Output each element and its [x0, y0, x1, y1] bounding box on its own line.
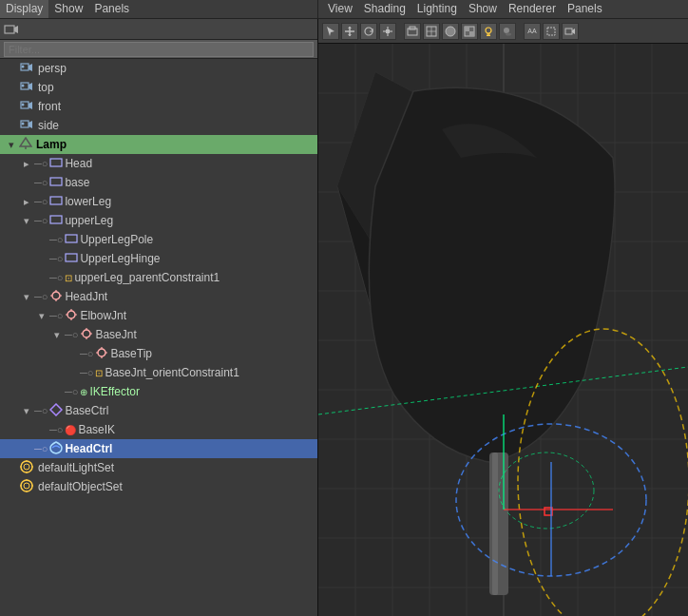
menu-panels-right[interactable]: Panels	[562, 0, 608, 18]
svg-rect-18	[50, 197, 62, 204]
objectset-icon	[19, 478, 34, 496]
basetip-label: BaseTip	[110, 347, 152, 360]
rtool-rotate[interactable]	[360, 23, 377, 40]
svg-point-4	[22, 65, 25, 67]
tree-item-basejnt[interactable]: ▾ ─○ BaseJnt	[0, 325, 317, 344]
lowerleg-label: lowerLeg	[65, 195, 111, 208]
upperleg-constraint-label: upperLeg_parentConstraint1	[74, 271, 220, 284]
rtool-aa-off[interactable]: AA	[524, 23, 541, 40]
upperleg-expand-btn[interactable]: ▾	[19, 213, 34, 228]
tree-item-basejnt-constraint[interactable]: ─○ ⊡ BaseJnt_orientConstraint1	[0, 363, 317, 382]
upperleg-connector: ─○	[34, 215, 48, 226]
svg-point-10	[22, 103, 25, 106]
rtool-render-settings[interactable]	[404, 23, 421, 40]
menu-lighting[interactable]: Lighting	[411, 0, 463, 18]
viewport-grid	[318, 44, 688, 616]
svg-point-37	[98, 349, 105, 356]
lamp-expand-btn[interactable]: ▾	[4, 137, 19, 152]
svg-point-27	[67, 311, 75, 318]
menu-display[interactable]: Display	[0, 0, 48, 18]
tree-item-front[interactable]: front	[0, 97, 317, 116]
tree-item-baseik[interactable]: ─○ 🔴 BaseIK	[0, 420, 317, 439]
basetip-connector: ─○	[80, 348, 93, 359]
toolbar-btn-1[interactable]	[2, 20, 21, 39]
rtool-shadows[interactable]	[499, 23, 516, 40]
basejnt-expand-btn[interactable]: ▾	[49, 327, 65, 342]
side-icon	[19, 118, 34, 134]
svg-marker-58	[348, 34, 352, 36]
tree-item-top[interactable]: top	[0, 78, 317, 97]
elbowjnt-icon	[65, 308, 78, 324]
tree-item-lamp[interactable]: ▾ Lamp	[0, 135, 317, 154]
outliner-tree[interactable]: persp top	[0, 59, 317, 616]
head-icon	[49, 157, 63, 171]
rtool-camera-settings[interactable]	[562, 23, 579, 40]
headjnt-expand-btn[interactable]: ▾	[19, 289, 34, 304]
menu-view[interactable]: View	[322, 0, 358, 18]
upperlegpole-connector: ─○	[49, 234, 63, 245]
top-icon	[19, 80, 34, 96]
svg-point-79	[506, 32, 511, 35]
tree-item-headctrl[interactable]: ─○ HeadCtrl	[0, 439, 317, 458]
upperlegpole-icon	[65, 233, 78, 247]
tree-item-defaultobjectset[interactable]: defaultObjectSet	[0, 477, 317, 496]
menu-renderer[interactable]: Renderer	[503, 0, 562, 18]
svg-point-7	[22, 84, 25, 87]
svg-point-13	[22, 122, 25, 125]
ikeffector-label: IKEffector	[89, 385, 139, 398]
lowerleg-icon	[49, 195, 63, 209]
svg-point-42	[21, 461, 32, 472]
svg-marker-9	[29, 102, 32, 109]
svg-rect-17	[50, 178, 62, 185]
head-expand-btn[interactable]: ▸	[19, 156, 34, 171]
menu-shading[interactable]: Shading	[358, 0, 411, 18]
tree-item-base[interactable]: ─○ base	[0, 173, 317, 192]
tree-item-ikeffector[interactable]: ─○ ⊕ IKEffector	[0, 382, 317, 401]
tree-item-lowerleg[interactable]: ▸ ─○ lowerLeg	[0, 192, 317, 211]
svg-marker-1	[14, 26, 18, 33]
elbowjnt-expand-btn[interactable]: ▾	[34, 308, 49, 323]
basectrl-label: BaseCtrl	[65, 404, 108, 417]
lowerleg-expand-btn[interactable]: ▸	[19, 194, 34, 209]
search-input[interactable]	[4, 42, 314, 57]
tree-item-upperleg-constraint[interactable]: ─○ ⊡ upperLeg_parentConstraint1	[0, 268, 317, 287]
tree-item-side[interactable]: side	[0, 116, 317, 135]
tree-item-headjnt[interactable]: ▾ ─○ HeadJnt	[0, 287, 317, 306]
viewport[interactable]	[318, 44, 688, 616]
rtool-smooth[interactable]	[442, 23, 459, 40]
svg-point-74	[486, 28, 491, 33]
rtool-texture[interactable]	[461, 23, 478, 40]
tree-item-upperleg[interactable]: ▾ ─○ upperLeg	[0, 211, 317, 230]
rtool-light-toggle[interactable]	[480, 23, 497, 40]
headjnt-connector: ─○	[34, 291, 48, 302]
upperleg-label: upperLeg	[65, 214, 113, 227]
lightset-icon	[19, 459, 34, 477]
rtool-select[interactable]	[322, 23, 339, 40]
upperleghinge-icon	[65, 252, 78, 266]
tree-item-head[interactable]: ▸ ─○ Head	[0, 154, 317, 173]
tree-item-elbowjnt[interactable]: ▾ ─○ ElbowJnt	[0, 306, 317, 325]
basectrl-expand-btn[interactable]: ▾	[19, 403, 34, 418]
front-icon	[19, 99, 34, 115]
svg-rect-106	[492, 452, 498, 595]
right-panel: AA	[318, 19, 688, 616]
headctrl-connector: ─○	[34, 443, 48, 454]
svg-point-22	[52, 292, 60, 299]
baseik-icon: 🔴	[65, 425, 76, 435]
tree-item-upperleghinge[interactable]: ─○ UpperLegHinge	[0, 249, 317, 268]
rtool-scale[interactable]	[379, 23, 396, 40]
tree-item-basectrl[interactable]: ▾ ─○ BaseCtrl	[0, 401, 317, 420]
tree-item-upperlegpole[interactable]: ─○ UpperLegPole	[0, 230, 317, 249]
tree-item-basetip[interactable]: ─○ BaseTip	[0, 344, 317, 363]
menu-panels-left[interactable]: Panels	[88, 0, 135, 18]
rtool-display-wireframe[interactable]	[423, 23, 440, 40]
elbowjnt-connector: ─○	[49, 310, 63, 321]
tree-item-defaultlightset[interactable]: defaultLightSet	[0, 458, 317, 477]
menu-show-left[interactable]: Show	[48, 0, 88, 18]
basejnt-constraint-label: BaseJnt_orientConstraint1	[105, 366, 239, 379]
svg-rect-16	[50, 159, 62, 166]
menu-show-right[interactable]: Show	[463, 0, 503, 18]
tree-item-persp[interactable]: persp	[0, 59, 317, 78]
rtool-resolution-gate[interactable]	[543, 23, 560, 40]
rtool-move[interactable]	[341, 23, 358, 40]
